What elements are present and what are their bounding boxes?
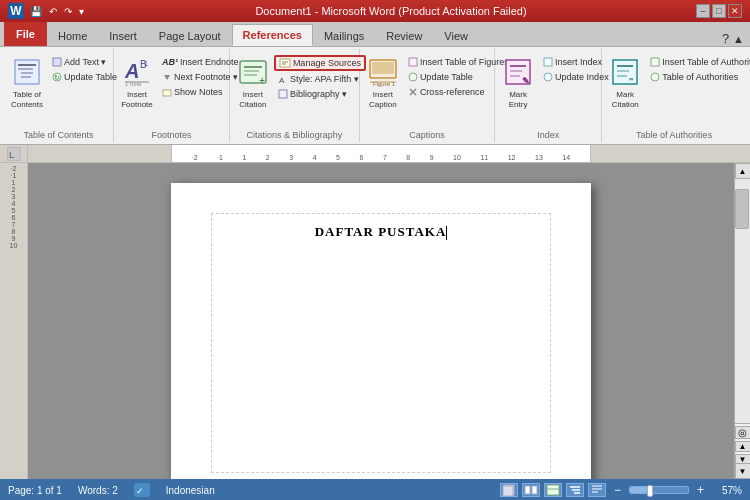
tab-page-layout[interactable]: Page Layout bbox=[148, 24, 232, 46]
group-captions: Figure 1 InsertCaption Insert Table of F… bbox=[360, 49, 495, 142]
group-citations-content: + InsertCitation Manage Sources bbox=[234, 51, 355, 142]
redo-qat-button[interactable]: ↷ bbox=[62, 6, 74, 17]
svg-rect-29 bbox=[409, 58, 417, 66]
bibliography-button[interactable]: Bibliography ▾ bbox=[274, 87, 366, 101]
scroll-down-button[interactable]: ▼ bbox=[735, 463, 751, 479]
outline-view-button[interactable] bbox=[566, 483, 584, 497]
minimize-button[interactable]: – bbox=[696, 4, 710, 18]
scroll-up-button[interactable]: ▲ bbox=[735, 163, 751, 179]
group-index-label: Index bbox=[495, 130, 601, 140]
zoom-level[interactable]: 57% bbox=[712, 485, 742, 496]
svg-text:✓: ✓ bbox=[136, 486, 144, 496]
ruler-corner-icon[interactable]: L bbox=[7, 147, 21, 161]
insert-caption-button[interactable]: Figure 1 InsertCaption bbox=[364, 51, 402, 123]
language[interactable]: Indonesian bbox=[166, 485, 215, 496]
title-bar: W 💾 ↶ ↷ ▾ Document1 - Microsoft Word (Pr… bbox=[0, 0, 750, 22]
zoom-slider-thumb[interactable] bbox=[647, 485, 653, 497]
svg-text:Figure 1: Figure 1 bbox=[373, 81, 396, 87]
toc-label: Table ofContents bbox=[11, 90, 43, 109]
close-button[interactable]: ✕ bbox=[728, 4, 742, 18]
toc-small-buttons: Add Text ▾ ↻ Update Table bbox=[48, 55, 121, 84]
page-scroll-area[interactable]: DAFTAR PUSTAKA bbox=[28, 163, 734, 479]
insert-toa-button[interactable]: Insert Table of Authorities bbox=[646, 55, 750, 69]
citation-icon: + bbox=[237, 56, 269, 88]
mark-entry-icon: ✎ bbox=[502, 56, 534, 88]
add-text-button[interactable]: Add Text ▾ bbox=[48, 55, 121, 69]
caption-icon: Figure 1 bbox=[367, 56, 399, 88]
group-citations-label: Citations & Bibliography bbox=[230, 130, 359, 140]
tab-mailings[interactable]: Mailings bbox=[313, 24, 375, 46]
scroll-select-button[interactable]: ◎ bbox=[735, 426, 751, 439]
update-table-button[interactable]: ↻ Update Table bbox=[48, 70, 121, 84]
vertical-scrollbar[interactable]: ▲ ◎ ▲ ▼ ▼ bbox=[734, 163, 750, 479]
insert-citation-button[interactable]: + InsertCitation bbox=[234, 51, 272, 123]
tab-review[interactable]: Review bbox=[375, 24, 433, 46]
scroll-prev-button[interactable]: ▲ bbox=[735, 441, 751, 452]
manage-sources-button[interactable]: Manage Sources bbox=[274, 55, 366, 71]
tab-references[interactable]: References bbox=[232, 24, 313, 46]
window-controls: – □ ✕ bbox=[696, 4, 742, 18]
web-layout-view-button[interactable] bbox=[544, 483, 562, 497]
status-right: − + 57% bbox=[500, 483, 742, 497]
tab-file[interactable]: File bbox=[4, 22, 47, 46]
svg-text:A: A bbox=[279, 76, 285, 84]
group-captions-label: Captions bbox=[360, 130, 494, 140]
window-title: Document1 - Microsoft Word (Product Acti… bbox=[86, 5, 696, 17]
text-cursor bbox=[446, 226, 447, 240]
tab-view[interactable]: View bbox=[433, 24, 479, 46]
insert-footnote-button[interactable]: A B 1 1 note InsertFootnote bbox=[118, 51, 156, 123]
mark-citation-icon: " bbox=[609, 56, 641, 88]
scroll-thumb[interactable] bbox=[735, 189, 749, 229]
footnote-label: InsertFootnote bbox=[121, 90, 153, 109]
zoom-in-button[interactable]: + bbox=[697, 483, 704, 497]
svg-point-30 bbox=[409, 73, 417, 81]
group-toc-label: Table of Contents bbox=[4, 130, 113, 140]
maximize-button[interactable]: □ bbox=[712, 4, 726, 18]
zoom-out-button[interactable]: − bbox=[614, 483, 621, 497]
tab-insert[interactable]: Insert bbox=[98, 24, 148, 46]
scroll-track[interactable] bbox=[735, 179, 750, 423]
document-text[interactable]: DAFTAR PUSTAKA bbox=[222, 224, 540, 240]
svg-text:A: A bbox=[124, 60, 139, 82]
vertical-ruler: ·2·112345678910 bbox=[0, 163, 28, 479]
mark-entry-label: MarkEntry bbox=[509, 90, 528, 109]
svg-rect-40 bbox=[613, 60, 637, 84]
full-reading-view-button[interactable] bbox=[522, 483, 540, 497]
update-toa-button[interactable]: Table of Authorities bbox=[646, 70, 750, 84]
tab-home[interactable]: Home bbox=[47, 24, 98, 46]
help-icon[interactable]: ? bbox=[722, 31, 729, 46]
citation-label: InsertCitation bbox=[239, 90, 266, 109]
spell-check-icon[interactable]: ✓ bbox=[134, 483, 150, 497]
qat-dropdown-button[interactable]: ▾ bbox=[77, 6, 86, 17]
title-bar-left: W 💾 ↶ ↷ ▾ bbox=[8, 3, 86, 19]
style-button[interactable]: A Style: APA Fifth ▾ bbox=[274, 72, 366, 86]
group-footnotes-label: Footnotes bbox=[114, 130, 229, 140]
svg-text:↻: ↻ bbox=[54, 74, 60, 81]
svg-point-39 bbox=[544, 73, 552, 81]
ribbon-toggle-icon[interactable]: ▲ bbox=[733, 33, 744, 45]
group-toa: " MarkCitation Insert Table of Authoriti… bbox=[602, 49, 746, 142]
zoom-slider[interactable] bbox=[629, 486, 689, 494]
group-citations: + InsertCitation Manage Sources bbox=[230, 49, 360, 142]
toc-button[interactable]: Table ofContents bbox=[8, 51, 46, 123]
mark-citation-button[interactable]: " MarkCitation bbox=[606, 51, 644, 123]
save-qat-button[interactable]: 💾 bbox=[28, 6, 44, 17]
footnote-icon: A B 1 1 note bbox=[121, 56, 153, 88]
ribbon: File Home Insert Page Layout References … bbox=[0, 22, 750, 145]
undo-qat-button[interactable]: ↶ bbox=[47, 6, 59, 17]
ribbon-content: Table ofContents Add Text ▾ ↻ Update Tab… bbox=[0, 46, 750, 144]
ruler-right-end bbox=[734, 145, 750, 162]
print-layout-view-button[interactable] bbox=[500, 483, 518, 497]
manage-sources-label: Manage Sources bbox=[293, 58, 361, 68]
tab-bar: File Home Insert Page Layout References … bbox=[0, 22, 750, 46]
svg-point-46 bbox=[651, 73, 659, 81]
group-table-of-contents: Table ofContents Add Text ▾ ↻ Update Tab… bbox=[4, 49, 114, 142]
mark-citation-label: MarkCitation bbox=[612, 90, 639, 109]
draft-view-button[interactable] bbox=[588, 483, 606, 497]
svg-text:1: 1 bbox=[144, 60, 148, 67]
group-index: ✎ MarkEntry Insert Index Update Index bbox=[495, 49, 602, 142]
mark-entry-button[interactable]: ✎ MarkEntry bbox=[499, 51, 537, 123]
group-footnotes: A B 1 1 note InsertFootnote AB¹ Insert E… bbox=[114, 49, 230, 142]
group-captions-content: Figure 1 InsertCaption Insert Table of F… bbox=[364, 51, 490, 142]
page-content[interactable]: DAFTAR PUSTAKA bbox=[211, 213, 551, 473]
